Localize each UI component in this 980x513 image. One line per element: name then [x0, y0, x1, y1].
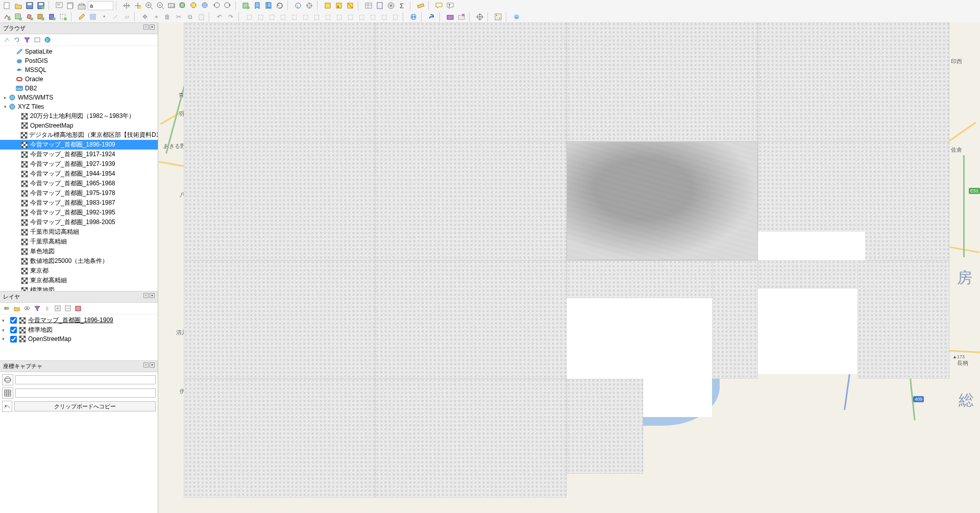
- search-input[interactable]: [88, 1, 113, 10]
- tree-item-xyz-child[interactable]: 千葉県高精細: [0, 237, 158, 247]
- new-virtual-icon[interactable]: [58, 12, 68, 22]
- layers-collapse-icon[interactable]: [64, 304, 72, 312]
- field-calc-icon[interactable]: [375, 1, 385, 11]
- digitize-7-icon[interactable]: ⬚: [311, 12, 322, 22]
- browser-filter-icon[interactable]: [23, 36, 31, 44]
- tree-item-xyz-child[interactable]: 今昔マップ_首都圏_1896-1909: [0, 140, 158, 150]
- layer-item[interactable]: ▾今昔マップ_首都圏_1896-1909: [0, 315, 158, 325]
- coord-capture-icon[interactable]: [475, 12, 485, 22]
- python-icon[interactable]: [427, 12, 437, 22]
- coord-track-icon[interactable]: [2, 401, 12, 412]
- new-spatialite-icon[interactable]: [47, 12, 57, 22]
- tree-item-xyz-child[interactable]: デジタル標高地形図（東京都区部【技術資料D1: [0, 130, 158, 140]
- layout-manager-icon[interactable]: [65, 1, 76, 11]
- digitize-11-icon[interactable]: ⬚: [356, 12, 366, 22]
- layers-filter-icon[interactable]: [33, 304, 41, 312]
- zoom-out-icon[interactable]: [155, 1, 165, 11]
- delete-feature-icon[interactable]: 🗑: [162, 12, 173, 22]
- zoom-next-icon[interactable]: [223, 1, 233, 11]
- paste-feature-icon[interactable]: 📋: [196, 12, 206, 22]
- digitize-13-icon[interactable]: ⬚: [379, 12, 389, 22]
- edit-pencil-icon[interactable]: [77, 12, 87, 22]
- layer-visibility-checkbox[interactable]: [10, 317, 17, 324]
- tree-item-xyz-child[interactable]: 今昔マップ_首都圏_1927-1939: [0, 159, 158, 169]
- tree-item-wms[interactable]: ▸WMS/WMTS: [0, 93, 158, 102]
- measure-icon[interactable]: [415, 1, 426, 11]
- deselect-icon[interactable]: [345, 1, 355, 11]
- browser-tree[interactable]: SpatiaLite PostGIS MSSQL Oracle DB2DB2 ▸…: [0, 46, 158, 291]
- layout-icon[interactable]: [54, 1, 64, 11]
- new-geopackage-icon[interactable]: [36, 12, 46, 22]
- layers-visibility-icon[interactable]: [23, 304, 31, 312]
- zoom-in-icon[interactable]: [144, 1, 154, 11]
- maptips-icon[interactable]: [434, 1, 444, 11]
- chevron-down-icon[interactable]: ▾: [2, 336, 8, 341]
- tree-item-mssql[interactable]: MSSQL: [0, 65, 158, 75]
- browser-properties-icon[interactable]: i: [43, 36, 52, 44]
- digitize-2-icon[interactable]: ⬚: [255, 12, 265, 22]
- coord-crs-icon[interactable]: [2, 374, 13, 385]
- digitize-3-icon[interactable]: ⬚: [266, 12, 277, 22]
- new-bookmark-icon[interactable]: [252, 1, 262, 11]
- edit-save-icon[interactable]: [88, 12, 98, 22]
- attribute-table-icon[interactable]: [363, 1, 374, 11]
- layer-visibility-checkbox[interactable]: [10, 336, 17, 343]
- save-as-icon[interactable]: [36, 1, 46, 11]
- node-tool-icon[interactable]: ⌖: [151, 12, 161, 22]
- cut-feature-icon[interactable]: ✂: [174, 12, 184, 22]
- save-icon[interactable]: [24, 1, 35, 11]
- new-shapefile-icon[interactable]: [24, 12, 35, 22]
- plugin-1-icon[interactable]: [445, 12, 455, 22]
- map-canvas[interactable]: ふじみ野 柏 飯能 狭山 入間 所沢 青梅 瑞穂 羽村 武蔵村山 東村山 あきる…: [158, 22, 980, 513]
- move-feature-icon[interactable]: ✥: [140, 12, 150, 22]
- digitize-8-icon[interactable]: ⬚: [323, 12, 333, 22]
- digitize-4-icon[interactable]: ⬚: [278, 12, 288, 22]
- plugin-2-icon[interactable]: [456, 12, 467, 22]
- browser-close-icon[interactable]: ×: [150, 25, 155, 30]
- layers-expand-icon[interactable]: [54, 304, 62, 312]
- browser-add-icon[interactable]: [3, 36, 11, 44]
- coord-dock-icon[interactable]: ▫: [143, 362, 149, 368]
- coord-close-icon[interactable]: ×: [150, 362, 155, 368]
- stats-icon[interactable]: Σ: [397, 1, 407, 11]
- tree-item-xyz-child[interactable]: 千葉市周辺高精細: [0, 227, 158, 237]
- new-map-icon[interactable]: [241, 1, 251, 11]
- osm-tools-icon[interactable]: [511, 12, 522, 22]
- add-vector-icon[interactable]: [2, 12, 12, 22]
- redo-icon[interactable]: ↷: [226, 12, 236, 22]
- chevron-down-icon[interactable]: ▾: [2, 328, 8, 333]
- tree-item-xyz-child[interactable]: 数値地図25000（土地条件）: [0, 256, 158, 266]
- copy-feature-icon[interactable]: ⧉: [185, 12, 195, 22]
- refresh-icon[interactable]: [275, 1, 285, 11]
- metasearch-icon[interactable]: [408, 12, 419, 22]
- layer-item[interactable]: ▾標準地図: [0, 325, 158, 335]
- digitize-9-icon[interactable]: ⬚: [334, 12, 344, 22]
- coord-grid-icon[interactable]: [2, 387, 13, 399]
- tree-item-db2[interactable]: DB2DB2: [0, 84, 158, 93]
- layer-visibility-checkbox[interactable]: [10, 327, 17, 333]
- add-point-icon[interactable]: •: [99, 12, 109, 22]
- digitize-12-icon[interactable]: ⬚: [368, 12, 378, 22]
- tree-item-xyz-child[interactable]: 今昔マップ_首都圏_1992-1995: [0, 208, 158, 217]
- new-project-icon[interactable]: [2, 1, 12, 11]
- zoom-last-icon[interactable]: [211, 1, 222, 11]
- add-raster-icon[interactable]: [13, 12, 23, 22]
- layers-close-icon[interactable]: ×: [150, 293, 155, 298]
- zoom-full-icon[interactable]: [178, 1, 188, 11]
- tree-item-xyz-child[interactable]: 今昔マップ_首都圏_1965-1968: [0, 179, 158, 188]
- bookmarks-icon[interactable]: [263, 1, 274, 11]
- tree-item-xyz-child[interactable]: 20万分1土地利用図（1982～1983年）: [0, 111, 158, 121]
- undo-icon[interactable]: ↶: [214, 12, 225, 22]
- tree-item-xyz-child[interactable]: 東京都: [0, 266, 158, 276]
- tree-item-xyz-child[interactable]: 今昔マップ_首都圏_1983-1987: [0, 198, 158, 208]
- zoom-native-icon[interactable]: 1:1: [166, 1, 177, 11]
- tree-item-oracle[interactable]: Oracle: [0, 75, 158, 84]
- chevron-down-icon[interactable]: ▾: [2, 318, 8, 323]
- action-icon[interactable]: [304, 1, 314, 11]
- annotation-icon[interactable]: T: [445, 1, 455, 11]
- tree-item-xyz-child[interactable]: 東京都高精細: [0, 276, 158, 285]
- layers-dock-icon[interactable]: ▫: [143, 293, 149, 298]
- coord-value-input[interactable]: [15, 388, 156, 398]
- pan-icon[interactable]: [121, 1, 132, 11]
- digitize-10-icon[interactable]: ⬚: [345, 12, 355, 22]
